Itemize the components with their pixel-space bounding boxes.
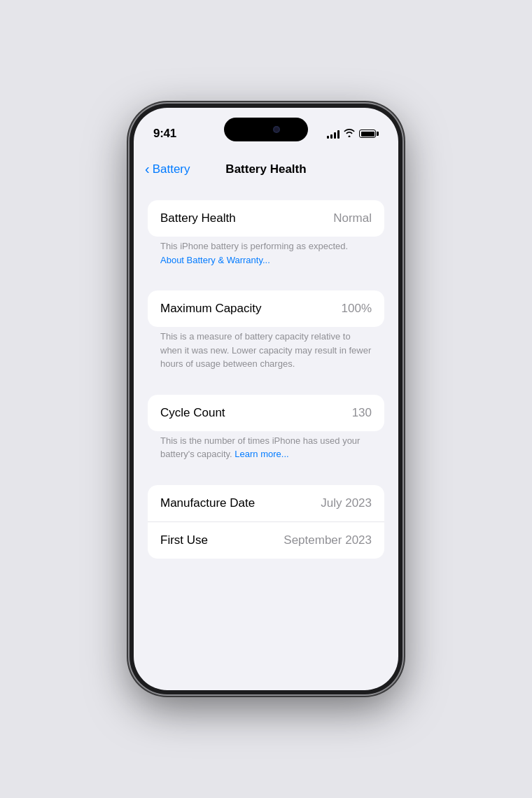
status-icons — [327, 129, 379, 139]
cycle-count-label: Cycle Count — [160, 406, 225, 420]
first-use-value: September 2023 — [284, 533, 372, 547]
nav-header: ‹ Battery Battery Health — [134, 150, 398, 189]
screen: 9:41 — [134, 108, 398, 690]
wifi-icon — [344, 129, 355, 139]
learn-more-link[interactable]: Learn more... — [234, 449, 288, 459]
battery-tip — [377, 132, 379, 136]
back-label: Battery — [153, 162, 190, 176]
manufacture-date-value: July 2023 — [321, 496, 372, 510]
back-chevron-icon: ‹ — [145, 161, 150, 177]
cycle-count-description: This is the number of times iPhone has u… — [148, 434, 384, 471]
manufacture-date-row: Manufacture Date July 2023 — [148, 485, 384, 522]
max-capacity-description: This is a measure of battery capacity re… — [148, 330, 384, 381]
max-capacity-value: 100% — [342, 302, 372, 316]
section-gap-1 — [148, 276, 384, 290]
back-button[interactable]: ‹ Battery — [145, 162, 190, 177]
battery-health-value: Normal — [333, 211, 372, 225]
camera-dot — [273, 126, 280, 133]
battery-icon — [359, 130, 379, 138]
content-area: Battery Health Normal This iPhone batter… — [134, 189, 398, 690]
cycle-count-value: 130 — [352, 406, 372, 420]
signal-bar-1 — [327, 136, 329, 139]
max-capacity-desc-text: This is a measure of battery capacity re… — [160, 331, 371, 369]
dates-card: Manufacture Date July 2023 First Use Sep… — [148, 485, 384, 559]
battery-health-desc-text: This iPhone battery is performing as exp… — [160, 241, 348, 251]
signal-bar-4 — [337, 130, 340, 139]
battery-health-description: This iPhone battery is performing as exp… — [148, 239, 384, 276]
dynamic-island — [224, 118, 308, 141]
signal-bar-3 — [334, 132, 336, 139]
first-use-label: First Use — [160, 533, 208, 547]
section-gap-3 — [148, 471, 384, 485]
nav-title: Battery Health — [225, 162, 306, 176]
max-capacity-card: Maximum Capacity 100% — [148, 290, 384, 327]
cycle-count-row: Cycle Count 130 — [148, 395, 384, 431]
first-use-row: First Use September 2023 — [148, 522, 384, 559]
battery-fill — [361, 132, 374, 136]
status-time: 9:41 — [153, 127, 176, 141]
signal-bars-icon — [327, 129, 340, 139]
max-capacity-label: Maximum Capacity — [160, 302, 262, 316]
battery-health-label: Battery Health — [160, 211, 236, 225]
max-capacity-row: Maximum Capacity 100% — [148, 290, 384, 327]
manufacture-date-label: Manufacture Date — [160, 496, 255, 510]
phone-frame: 9:41 — [130, 104, 402, 694]
battery-health-card: Battery Health Normal — [148, 200, 384, 237]
cycle-count-card: Cycle Count 130 — [148, 395, 384, 431]
battery-body — [359, 130, 376, 138]
battery-health-row: Battery Health Normal — [148, 200, 384, 237]
signal-bar-2 — [330, 134, 332, 139]
battery-warranty-link[interactable]: About Battery & Warranty... — [160, 255, 270, 265]
section-gap-2 — [148, 381, 384, 395]
